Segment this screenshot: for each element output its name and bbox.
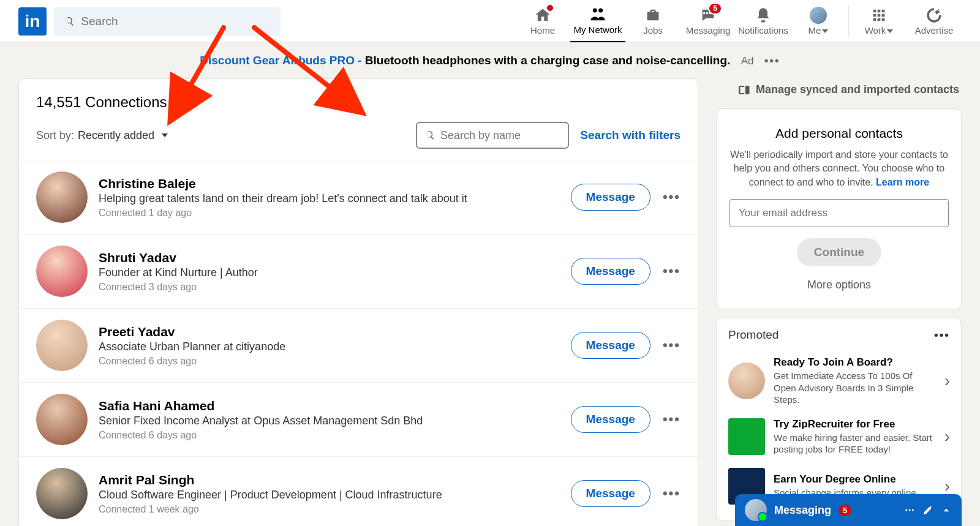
network-icon (589, 6, 606, 23)
nav-divider (848, 6, 849, 37)
chevron-down-icon (822, 29, 828, 33)
connection-meta: Connected 1 week ago (99, 504, 571, 515)
ad-label: Ad (741, 55, 754, 67)
more-icon[interactable] (904, 505, 915, 516)
connection-meta: Connected 6 days ago (99, 430, 571, 441)
user-avatar-icon (810, 7, 827, 24)
message-button[interactable]: Message (571, 184, 650, 211)
chevron-up-icon[interactable] (941, 505, 952, 516)
more-actions-button[interactable]: ••• (663, 486, 680, 502)
top-nav: in Home My Network Jobs 5 Messaging Noti… (0, 0, 980, 43)
nav-home[interactable]: Home (515, 0, 570, 42)
search-icon (64, 15, 75, 28)
briefcase-icon (644, 7, 662, 24)
message-button[interactable]: Message (571, 406, 650, 433)
promoted-desc: Get Immediate Access To 100s Of Open Adv… (774, 370, 936, 406)
nav-label: My Network (573, 24, 622, 35)
connection-row: Amrit Pal Singh Cloud Software Engineer … (19, 456, 698, 526)
connection-avatar[interactable] (36, 320, 88, 371)
connection-avatar[interactable] (36, 171, 88, 223)
connection-avatar[interactable] (36, 246, 88, 297)
search-input[interactable] (81, 15, 271, 28)
linkedin-logo[interactable]: in (18, 7, 47, 36)
search-by-name[interactable] (416, 122, 569, 149)
more-actions-button[interactable]: ••• (663, 263, 680, 279)
messaging-overlay[interactable]: Messaging 5 (735, 494, 962, 526)
name-search-input[interactable] (440, 129, 560, 142)
connection-headline: Helping great talents land on their drea… (99, 192, 571, 205)
connection-name[interactable]: Preeti Yadav (99, 325, 571, 339)
nav-advertise[interactable]: Advertise (907, 0, 962, 42)
connection-avatar[interactable] (36, 394, 88, 445)
manage-contacts-link[interactable]: Manage synced and imported contacts (717, 78, 962, 108)
sort-label: Sort by: (36, 129, 74, 142)
chevron-down-icon (162, 133, 168, 137)
promoted-title: Ready To Join A Board? (774, 356, 936, 369)
connection-name[interactable]: Shruti Yadav (99, 250, 571, 265)
more-actions-button[interactable]: ••• (663, 411, 680, 427)
nav-label: Me (809, 25, 829, 36)
connection-meta: Connected 6 days ago (99, 356, 571, 367)
nav-work[interactable]: Work (851, 0, 907, 42)
nav-messaging[interactable]: 5 Messaging (680, 0, 736, 42)
overlay-avatar (745, 499, 767, 521)
search-with-filters-link[interactable]: Search with filters (580, 129, 680, 142)
nav-notifications[interactable]: Notifications (736, 0, 791, 42)
overlay-title: Messaging (774, 504, 831, 517)
global-search[interactable] (54, 7, 281, 36)
nav-label: Messaging (686, 25, 731, 36)
promoted-item[interactable]: Try ZipRecruiter for Free We make hiring… (728, 412, 950, 462)
message-button[interactable]: Message (571, 332, 650, 359)
promoted-item[interactable]: Ready To Join A Board? Get Immediate Acc… (728, 350, 950, 412)
promoted-desc: We make hiring faster and easier. Start … (774, 432, 936, 456)
learn-more-link[interactable]: Learn more (876, 177, 929, 187)
svg-point-2 (912, 509, 914, 511)
chevron-down-icon (887, 29, 893, 33)
message-button[interactable]: Message (571, 480, 650, 507)
connection-name[interactable]: Christine Baleje (99, 176, 571, 191)
connection-headline: Founder at Kind Nurture | Author (99, 266, 571, 279)
manage-contacts-text: Manage synced and imported contacts (756, 83, 959, 96)
search-icon (424, 129, 435, 141)
more-actions-button[interactable]: ••• (663, 337, 680, 353)
more-options-link[interactable]: More options (729, 279, 949, 291)
nav-label: Jobs (643, 25, 663, 36)
connection-row: Preeti Yadav Associate Urban Planner at … (19, 308, 698, 382)
contacts-book-icon (739, 84, 751, 96)
chevron-right-icon: › (944, 476, 950, 496)
contacts-title: Add personal contacts (729, 126, 949, 141)
ad-banner: Discount Gear Airbuds PRO - Bluetooth he… (0, 43, 980, 78)
promoted-more-button[interactable]: ••• (934, 328, 950, 342)
connection-name[interactable]: Amrit Pal Singh (99, 473, 571, 487)
connection-meta: Connected 1 day ago (99, 208, 571, 219)
bell-icon (755, 7, 772, 24)
compose-icon[interactable] (922, 505, 933, 516)
connections-list: Christine Baleje Helping great talents l… (19, 160, 698, 526)
sort-dropdown[interactable]: Recently added (78, 129, 168, 142)
connections-card: 14,551 Connections Sort by: Recently add… (18, 78, 698, 526)
add-contacts-card: Add personal contacts We'll periodically… (717, 108, 962, 309)
email-input[interactable] (729, 199, 949, 227)
sort-value-text: Recently added (78, 129, 154, 142)
svg-point-1 (909, 509, 911, 511)
connection-avatar[interactable] (36, 468, 88, 519)
ad-more-button[interactable]: ••• (764, 54, 780, 67)
chevron-right-icon: › (944, 371, 950, 391)
connection-name[interactable]: Safia Hani Ahamed (99, 399, 571, 413)
more-actions-button[interactable]: ••• (663, 189, 680, 205)
message-button[interactable]: Message (571, 258, 650, 285)
connection-row: Safia Hani Ahamed Senior Fixed Income An… (19, 382, 698, 456)
messaging-badge: 5 (708, 2, 722, 15)
connections-count: 14,551 Connections (36, 94, 680, 111)
promoted-heading: Promoted (728, 328, 778, 342)
promoted-title: Try ZipRecruiter for Free (774, 418, 936, 430)
continue-button[interactable]: Continue (797, 238, 881, 266)
nav-my-network[interactable]: My Network (570, 0, 625, 42)
target-icon (925, 7, 943, 24)
nav-label: Notifications (738, 25, 788, 36)
nav-jobs[interactable]: Jobs (625, 0, 680, 42)
nav-label: Home (530, 25, 555, 36)
ad-product-link[interactable]: Discount Gear Airbuds PRO - (200, 54, 365, 67)
promoted-image (728, 363, 765, 399)
nav-me[interactable]: Me (791, 0, 846, 42)
